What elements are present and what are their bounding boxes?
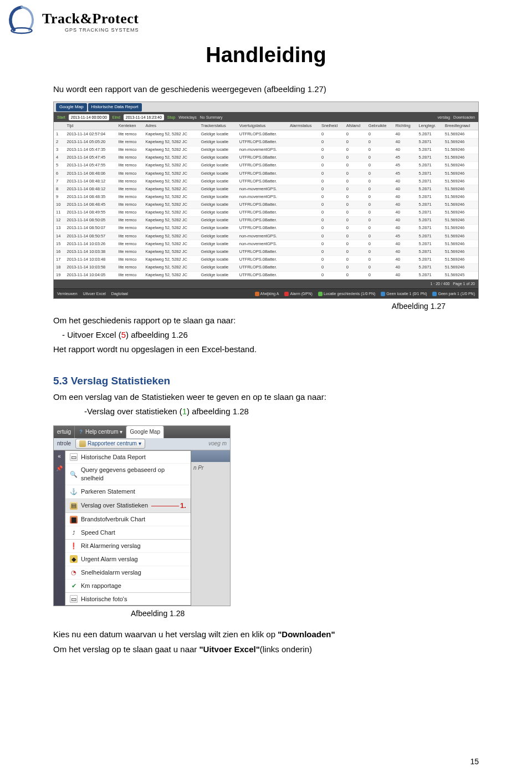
dropdown-item[interactable]: 🔍Query gegevens gebaseerd op snelheid: [65, 464, 191, 485]
table-row[interactable]: 42013-11-14 05:47:45lite remcoKapelweg 5…: [54, 154, 478, 161]
vernieuwen-button[interactable]: Vernieuwen: [57, 291, 78, 296]
report-pager[interactable]: 1 · 20 / 400 Page 1 of 20: [54, 280, 478, 288]
dropdown-item[interactable]: ⚓Parkeren Statement: [65, 485, 191, 499]
dropdown-item[interactable]: ▭Historische Data Report: [65, 451, 191, 464]
table-row[interactable]: 22013-11-14 05:05:20lite remcoKapelweg 5…: [54, 138, 478, 146]
table-cell: UTFRLOPS.0Batter.: [237, 248, 288, 256]
table-cell: 0: [319, 216, 344, 224]
table-cell: lite remco: [116, 177, 144, 185]
collapse-icon[interactable]: «: [54, 450, 65, 463]
table-cell: 2013-11-14 10:03:58: [65, 263, 116, 271]
table-cell: 0: [366, 146, 393, 154]
table-cell: Geldige locatie: [199, 248, 237, 256]
table-row[interactable]: 12013-11-14 02:57:04lite remcoKapelweg 5…: [54, 130, 478, 138]
table-cell: 0: [344, 146, 366, 154]
dropdown-item[interactable]: ❗Rit Alarmering verslag: [65, 540, 191, 553]
dropdown-item[interactable]: ⤴Speed Chart: [65, 526, 191, 540]
table-row[interactable]: 152013-11-14 10:03:26lite remcoKapelweg …: [54, 240, 478, 248]
logo-mark-icon: [4, 4, 39, 39]
table-cell: 0: [344, 138, 366, 146]
table-cell: 0: [344, 161, 366, 169]
table-row[interactable]: 72013-11-14 08:48:12lite remcoKapelweg 5…: [54, 177, 478, 185]
table-row[interactable]: 132013-11-14 08:50:07lite remcoKapelweg …: [54, 224, 478, 232]
table-cell: 40: [393, 256, 416, 263]
dropdown-item[interactable]: ◆Urgent Alarm verslag: [65, 553, 191, 566]
dagtotaal-button[interactable]: Dagtotaal: [111, 291, 128, 296]
table-cell: 0: [344, 216, 366, 224]
caption-1-27: Afbeelding 1.27: [53, 301, 446, 312]
table-cell: Kapelweg 52, 5282 JC: [143, 185, 198, 193]
table-cell: 0: [319, 185, 344, 193]
table-row[interactable]: 62013-11-14 08:48:06lite remcoKapelweg 5…: [54, 170, 478, 177]
table-cell: 19: [54, 271, 65, 279]
menu-right-panel: n Pr: [191, 450, 230, 606]
legend-b: Alarm (0/PN): [284, 291, 312, 296]
verslag-button[interactable]: verslag: [438, 115, 451, 120]
tab-google-map[interactable]: Google Map: [56, 103, 87, 111]
closing-line-1: Kies nu een datum waarvan u het verslag …: [53, 629, 479, 640]
table-cell: 9: [54, 193, 65, 201]
table-cell: 0: [319, 232, 344, 240]
table-cell: lite remco: [116, 146, 144, 154]
table-row[interactable]: 122013-11-14 08:50:05lite remcoKapelweg …: [54, 216, 478, 224]
table-cell: 5.2871: [417, 193, 443, 201]
table-row[interactable]: 52013-11-14 05:47:55lite remcoKapelweg 5…: [54, 161, 478, 169]
table-cell: 51.569246: [443, 256, 478, 263]
table-cell: Kapelweg 52, 5282 JC: [143, 232, 198, 240]
table-cell: Kapelweg 52, 5282 JC: [143, 271, 198, 279]
table-row[interactable]: 32013-11-14 05:47:35lite remcoKapelweg 5…: [54, 146, 478, 154]
start-date-input[interactable]: 2013-11-14 00:00:00: [69, 114, 109, 120]
report-column-header: Lengtegr.: [417, 122, 443, 130]
dropdown-item[interactable]: ▤Verslag over Statistieken1.: [65, 499, 191, 514]
table-cell: Geldige locatie: [199, 201, 237, 209]
table-cell: Kapelweg 52, 5282 JC: [143, 146, 198, 154]
table-row[interactable]: 92013-11-14 08:48:35lite remcoKapelweg 5…: [54, 193, 478, 201]
gauge-icon: ◔: [70, 568, 78, 576]
table-cell: 40: [393, 216, 416, 224]
tab-history-report[interactable]: Historische Data Report: [88, 103, 142, 111]
table-row[interactable]: 192013-11-14 10:04:05lite remcoKapelweg …: [54, 271, 478, 279]
warn-icon: ❗: [70, 542, 78, 550]
table-cell: 51.569246: [443, 216, 478, 224]
dropdown-item[interactable]: ▭Historische foto's: [65, 593, 191, 606]
table-cell: Geldige locatie: [199, 232, 237, 240]
callout-1-red: 1.: [151, 501, 186, 511]
table-cell: 51.569246: [443, 161, 478, 169]
tab-google-map-2[interactable]: Google Map: [126, 426, 163, 438]
table-row[interactable]: 172013-11-14 10:03:48lite remcoKapelweg …: [54, 256, 478, 263]
downloaden-button[interactable]: Downloaden: [453, 115, 475, 120]
table-cell: 51.569246: [443, 263, 478, 271]
dropdown-item[interactable]: ▆Brandstofverbruik Chart: [65, 513, 191, 526]
table-cell: 5.2871: [417, 130, 443, 138]
table-row[interactable]: 112013-11-14 08:49:55lite remcoKapelweg …: [54, 209, 478, 216]
table-row[interactable]: 182013-11-14 10:03:58lite remcoKapelweg …: [54, 263, 478, 271]
table-cell: Geldige locatie: [199, 185, 237, 193]
help-centrum-menu[interactable]: ？Help centrum▾: [75, 426, 126, 438]
table-cell: 0: [344, 193, 366, 201]
dropdown-item-label: Rit Alarmering verslag: [81, 542, 141, 550]
table-cell: 0: [366, 170, 393, 177]
end-date-input[interactable]: 2013-11-14 16:23:40: [124, 114, 164, 120]
table-cell: lite remco: [116, 154, 144, 161]
table-cell: 0: [344, 177, 366, 185]
table-row[interactable]: 102013-11-14 08:48:45lite remcoKapelweg …: [54, 201, 478, 209]
rapporteer-centrum-menu[interactable]: Rapporteer centrum ▾: [75, 439, 145, 449]
table-row[interactable]: 82013-11-14 08:48:12lite remcoKapelweg 5…: [54, 185, 478, 193]
table-row[interactable]: 142013-11-14 08:50:57lite remcoKapelweg …: [54, 232, 478, 240]
table-cell: 0: [344, 185, 366, 193]
weekday-option[interactable]: Weekdays: [178, 115, 197, 120]
table-cell: 40: [393, 177, 416, 185]
stop-button[interactable]: Stop: [167, 115, 175, 120]
logo-subtitle: GPS TRACKING SYSTEMS: [42, 27, 139, 33]
table-cell: Geldige locatie: [199, 130, 237, 138]
uitvoer-excel-button[interactable]: Uitvoer Excel: [83, 291, 106, 296]
save-bullet: - Uitvoer Excel (5) afbeelding 1.26: [53, 329, 479, 341]
dropdown-item[interactable]: ✔Km rapportage: [65, 580, 191, 593]
table-cell: Kapelweg 52, 5282 JC: [143, 224, 198, 232]
table-row[interactable]: 162013-11-14 10:03:38lite remcoKapelweg …: [54, 248, 478, 256]
table-cell: lite remco: [116, 138, 144, 146]
dropdown-item[interactable]: ◔Snelheidalarm verslag: [65, 566, 191, 580]
pin-icon[interactable]: 📌: [54, 463, 65, 475]
nosummary-option[interactable]: No Summary: [200, 115, 223, 120]
table-cell: Geldige locatie: [199, 161, 237, 169]
